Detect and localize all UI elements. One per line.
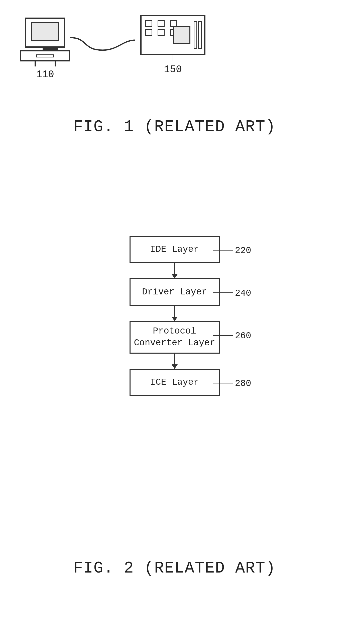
ide-layer-box: IDE Layer 220 <box>130 236 220 263</box>
btn2 <box>158 20 165 27</box>
driver-layer-ref: 240 <box>213 288 251 298</box>
computer-legs <box>20 61 70 66</box>
ice-device-150: 150 <box>140 15 205 75</box>
bar2 <box>198 21 202 49</box>
driver-layer-label: Driver Layer <box>142 286 207 298</box>
leg-left <box>35 61 36 66</box>
ice-layer-ref: 280 <box>213 378 251 389</box>
monitor-stand <box>43 48 58 50</box>
leg-right <box>55 61 56 66</box>
ice-stand-line <box>173 55 173 61</box>
protocol-layer-box: ProtocolConverter Layer 260 <box>130 321 220 354</box>
flowchart: IDE Layer 220 Driver Layer 240 ProtocolC… <box>130 236 220 396</box>
btn4 <box>145 29 152 36</box>
ice-stand-area <box>140 55 205 61</box>
driver-layer-box: Driver Layer 240 <box>130 278 220 306</box>
label-150: 150 <box>140 64 205 75</box>
label-110: 110 <box>20 69 70 80</box>
protocol-layer-ref: 260 <box>213 331 251 341</box>
monitor <box>25 18 65 48</box>
btn5 <box>158 29 165 36</box>
btn1 <box>145 20 152 27</box>
ice-layer-label: ICE Layer <box>150 377 199 388</box>
computer-device-110: 110 <box>20 18 70 80</box>
arrow-2 <box>174 306 175 321</box>
ice-box <box>140 15 205 55</box>
arrow-3 <box>174 354 175 369</box>
protocol-layer-label: ProtocolConverter Layer <box>134 326 215 349</box>
fig1-section: 110 <box>0 10 349 150</box>
ide-layer-label: IDE Layer <box>150 244 199 256</box>
computer-base <box>20 50 70 61</box>
computer-slot <box>36 54 54 57</box>
cable-svg <box>68 30 138 60</box>
ice-layer-box: ICE Layer 280 <box>130 369 220 396</box>
ice-right-bars <box>194 21 202 49</box>
arrow-1 <box>174 263 175 278</box>
bar1 <box>194 21 197 49</box>
btn3 <box>170 20 177 27</box>
ide-layer-ref: 220 <box>213 246 251 256</box>
ice-screen <box>173 26 190 44</box>
page-container: 110 <box>0 0 349 644</box>
monitor-screen <box>31 22 59 41</box>
fig1-caption: FIG. 1 (RELATED ART) <box>0 118 349 136</box>
fig2-caption: FIG. 2 (RELATED ART) <box>0 559 349 577</box>
